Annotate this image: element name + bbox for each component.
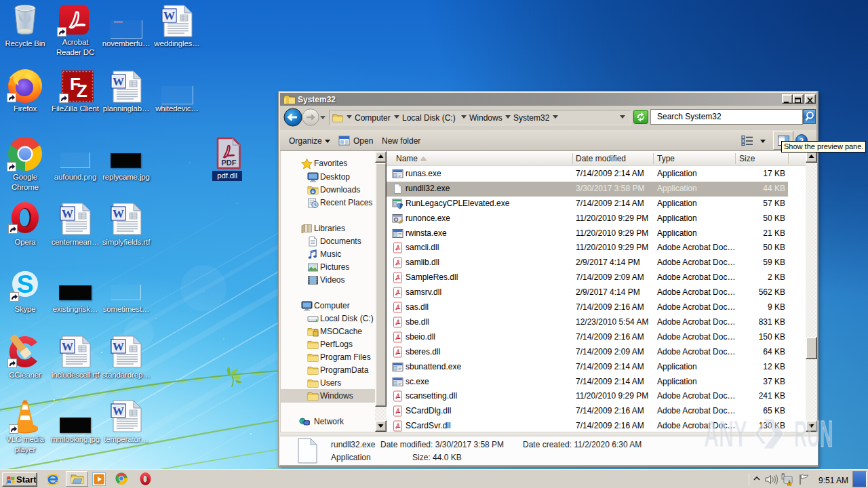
svg-text:PDF: PDF [222,159,237,167]
svg-text:S: S [17,270,34,298]
svg-text:!: ! [789,481,790,485]
svg-text:W: W [62,207,73,220]
svg-text:W: W [113,75,124,88]
svg-text:W: W [62,340,73,353]
svg-text:W: W [113,340,124,353]
svg-text:W: W [163,9,175,22]
svg-text:W: W [113,405,124,418]
svg-text:RUN: RUN [794,413,833,454]
svg-text:ANY: ANY [704,413,747,454]
svg-text:Z: Z [77,81,87,101]
svg-text:W: W [113,207,124,220]
